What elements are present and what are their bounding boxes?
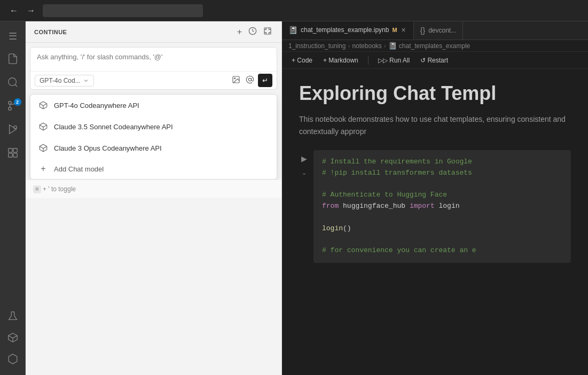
svg-point-2	[8, 101, 11, 104]
add-markdown-button[interactable]: + Markdown	[320, 55, 362, 66]
code-line-4: # Authenticate to Hugging Face	[322, 190, 562, 201]
model-name-claude3opus: Claude 3 Opus Codeanywhere API	[54, 144, 162, 152]
cell-expand-button[interactable]: ⌄	[301, 167, 308, 178]
model-selector[interactable]: GPT-4o Cod...	[35, 75, 94, 87]
add-model-label: Add Chat model	[54, 165, 104, 173]
menu-icon: ☰	[9, 30, 17, 42]
notebook-tab-badge: M	[392, 27, 397, 33]
forward-button[interactable]: →	[23, 5, 38, 17]
history-button[interactable]	[247, 26, 258, 38]
model-icon-gpt4o	[38, 100, 49, 111]
debug-icon	[7, 123, 19, 138]
activity-item-cube[interactable]	[2, 328, 23, 349]
activity-bottom	[2, 307, 23, 371]
activity-item-search[interactable]	[2, 73, 23, 94]
breadcrumb-notebooks[interactable]: notebooks	[352, 42, 381, 50]
svg-line-1	[15, 84, 17, 87]
devcon-tab-label: devcont...	[428, 27, 456, 34]
code-line-8	[322, 235, 562, 246]
code-line-1: # Install the requirements in Google	[322, 157, 562, 168]
breadcrumb-root[interactable]: 1_instruction_tuning	[288, 42, 346, 50]
activity-item-source-control[interactable]: 2	[2, 96, 23, 118]
continue-panel: CONTINUE +	[26, 21, 282, 375]
cell-run-button[interactable]: ▶	[299, 152, 309, 165]
notebook-title: Exploring Chat Templ	[299, 82, 571, 105]
breadcrumb-file[interactable]: chat_templates_example	[399, 42, 470, 50]
breadcrumb: 1_instruction_tuning › notebooks › 📓 cha…	[282, 40, 588, 52]
model-selector-label: GPT-4o Cod...	[40, 77, 81, 84]
cell-controls: ▶ ⌄	[299, 150, 309, 178]
run-icon: ▶	[301, 154, 307, 163]
continue-header: CONTINUE +	[26, 21, 281, 43]
notebook-content: Exploring Chat Templ This notebook demon…	[282, 69, 588, 375]
search-icon	[7, 76, 19, 91]
input-area: GPT-4o Cod...	[30, 47, 277, 90]
code-line-3	[322, 179, 562, 190]
activity-item-flask[interactable]	[2, 307, 23, 328]
submit-button[interactable]: ↵	[258, 74, 272, 87]
cube-icon	[7, 332, 19, 346]
add-model-option[interactable]: + Add Chat model	[30, 159, 277, 179]
explorer-icon	[7, 53, 19, 67]
svg-rect-10	[13, 153, 17, 157]
tab-devcon[interactable]: {} devcont...	[414, 21, 463, 40]
activity-item-explorer[interactable]	[2, 49, 23, 71]
fullscreen-button[interactable]	[262, 26, 273, 38]
activity-item-debug[interactable]	[2, 120, 23, 141]
model-option-claude35[interactable]: Claude 3.5 Sonnet Codeanywhere API	[30, 116, 277, 137]
model-name-claude35: Claude 3.5 Sonnet Codeanywhere API	[54, 123, 173, 131]
model-option-gpt4o[interactable]: GPT-4o Codeanywhere API	[30, 95, 277, 116]
svg-rect-14	[264, 28, 271, 34]
back-button[interactable]: ←	[6, 5, 21, 17]
source-control-badge: 2	[14, 98, 21, 106]
notebook-tab-close[interactable]: ×	[401, 26, 407, 34]
code-line-5: from huggingface_hub import login	[322, 201, 562, 212]
notebook-tab-label: chat_templates_example.ipynb	[301, 26, 389, 34]
new-chat-button[interactable]: +	[236, 26, 243, 38]
run-all-button[interactable]: ▷▷ Run All	[375, 55, 413, 66]
activity-item-hexagon[interactable]	[2, 349, 23, 371]
add-code-button[interactable]: + Code	[288, 55, 316, 66]
activity-item-extensions[interactable]	[2, 143, 23, 165]
shortcut-hint: ⌘ + ' to toggle	[26, 179, 281, 198]
code-line-2: # !pip install transformers datasets	[322, 168, 562, 179]
flask-icon	[7, 310, 19, 325]
code-line-7: login()	[322, 223, 562, 235]
chat-input[interactable]	[30, 48, 277, 69]
add-model-plus-icon: +	[38, 164, 49, 174]
breadcrumb-file-icon: 📓	[388, 42, 397, 50]
svg-point-17	[248, 78, 251, 81]
nav-arrows: ← →	[6, 5, 38, 17]
extensions-icon	[7, 147, 19, 161]
restart-button[interactable]: ↺ Restart	[417, 55, 451, 66]
tab-bar: 📓 chat_templates_example.ipynb M × {} de…	[282, 21, 588, 40]
notebook-tab-icon: 📓	[288, 26, 297, 34]
model-icon-claude35	[38, 121, 49, 132]
svg-rect-8	[13, 148, 17, 152]
code-line-6	[322, 212, 562, 223]
devcon-tab-icon: {}	[420, 26, 425, 35]
tab-notebook[interactable]: 📓 chat_templates_example.ipynb M ×	[282, 21, 414, 40]
top-bar: ← →	[0, 0, 588, 21]
address-bar[interactable]	[43, 4, 203, 17]
shortcut-code: ⌘	[33, 185, 41, 193]
svg-point-3	[8, 107, 11, 110]
main-layout: ☰	[0, 21, 588, 375]
svg-rect-9	[8, 153, 12, 157]
model-dropdown: GPT-4o Codeanywhere API Claude 3.5 Sonne…	[30, 94, 277, 179]
breadcrumb-sep-2: ›	[384, 42, 386, 50]
activity-item-menu[interactable]: ☰	[2, 26, 23, 47]
mention-button[interactable]	[244, 74, 256, 87]
continue-title: CONTINUE	[34, 29, 236, 35]
svg-rect-7	[8, 148, 12, 152]
svg-point-16	[234, 78, 236, 79]
breadcrumb-sep-1: ›	[348, 42, 350, 50]
activity-bar: ☰	[0, 21, 26, 375]
image-attach-button[interactable]	[230, 74, 242, 87]
hexagon-icon	[7, 353, 19, 368]
notebook-toolbar: + Code + Markdown ▷▷ Run All ↺ Restart	[282, 52, 588, 69]
svg-marker-12	[9, 354, 17, 363]
toolbar-icons: ↵	[230, 74, 272, 87]
input-toolbar: GPT-4o Cod...	[30, 71, 277, 89]
model-option-claude3opus[interactable]: Claude 3 Opus Codeanywhere API	[30, 137, 277, 159]
